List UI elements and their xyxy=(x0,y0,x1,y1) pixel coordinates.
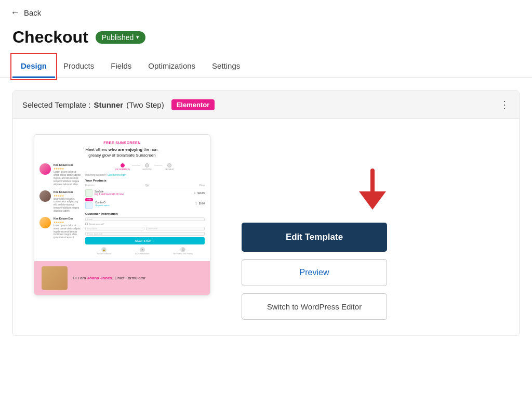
review-stars-3: ★★★★★ xyxy=(54,221,81,224)
checkout-steps: INFORMATION SHIPPING xyxy=(85,163,205,171)
tab-settings[interactable]: Settings xyxy=(204,55,248,78)
step-circle-1 xyxy=(121,163,125,167)
product-name-area-1: SunSafe buy 1 and Save $10.00 now xyxy=(95,190,192,196)
review-name-1: Kim Knowe Doe xyxy=(54,163,81,166)
review-item: Kim Knowe Doe ★★★★★ Lorem ipsum dolor si… xyxy=(39,163,81,186)
product-price-1: buy 1 and Save $10.00 now xyxy=(95,193,192,196)
review-body-3: Lorem ipsum dolor sit amet, conse ctetur… xyxy=(54,224,81,239)
teaser-name: Joana Jones xyxy=(87,276,112,280)
tab-design[interactable]: Design xyxy=(12,55,55,78)
create-account-label: Create account? xyxy=(89,223,104,225)
chevron-down-icon: ▾ xyxy=(136,34,139,41)
main-content: Selected Template : Stunner (Two Step) E… xyxy=(0,78,532,349)
next-step-button[interactable]: NEXT STEP → xyxy=(85,237,205,244)
price-col-label: Price xyxy=(200,184,205,187)
mockup-layout: Kim Knowe Doe ★★★★★ Lorem ipsum dolor si… xyxy=(39,163,205,255)
product-thumb-2 xyxy=(85,202,92,209)
selected-template-label: Selected Template : xyxy=(22,100,90,109)
tab-products[interactable]: Products xyxy=(55,55,102,78)
trust-label-3: We Protect Your Privacy xyxy=(173,253,193,255)
products-col-label: Products xyxy=(85,184,95,187)
review-avatar-3 xyxy=(39,217,51,228)
step-payment: PAYMENT xyxy=(165,163,175,171)
review-avatar-1 xyxy=(39,163,51,175)
satisfaction-icon: ✓ xyxy=(140,247,145,252)
step-information: INFORMATION xyxy=(115,163,130,171)
mockup-checkout-form: INFORMATION SHIPPING xyxy=(85,163,205,255)
product-name-area-2: Combo-O Upgrade option xyxy=(95,201,193,206)
red-arrow-icon xyxy=(352,165,393,212)
elementor-badge: Elementor xyxy=(171,99,215,110)
template-sub: (Two Step) xyxy=(126,100,164,109)
trust-badges: 🔒 Secure Checkout ✓ 100% Satisfaction 🛡 xyxy=(85,247,205,255)
trust-badge-1: 🔒 Secure Checkout xyxy=(97,247,111,255)
preview-mockup: FREE SUNSCREEN Meet others who are enjoy… xyxy=(34,134,210,295)
more-options-icon[interactable]: ⋮ xyxy=(499,98,510,111)
qty-col-label: Qty xyxy=(145,184,149,187)
page-title-row: Checkout Published ▾ xyxy=(0,25,532,55)
preview-button[interactable]: Preview xyxy=(242,259,387,286)
trust-label-2: 100% Satisfaction xyxy=(135,253,150,255)
back-link[interactable]: Back xyxy=(24,8,41,17)
step-label-3: PAYMENT xyxy=(165,168,175,171)
product-final-price-1: $16.95 xyxy=(197,192,205,195)
published-label: Published xyxy=(102,33,134,42)
teaser-text: Hi I am Joana Jones, Chief Formulator xyxy=(73,276,145,280)
switch-wordpress-editor-button[interactable]: Switch to WordPress Editor xyxy=(242,293,387,320)
step-connector-1 xyxy=(132,165,140,166)
template-name: Stunner xyxy=(94,100,123,109)
review-text-3: Kim Knowe Doe ★★★★★ Lorem ipsum dolor si… xyxy=(54,217,81,239)
step-label-1: INFORMATION xyxy=(115,168,130,171)
product-qty-2: 1 xyxy=(195,202,197,205)
mockup-inner: FREE SUNSCREEN Meet others who are enjoy… xyxy=(34,135,210,261)
top-bar: ← Back xyxy=(0,0,532,25)
teaser-person-image xyxy=(42,266,68,290)
review-name-3: Kim Knowe Doe xyxy=(54,217,81,220)
free-tag: FREE xyxy=(85,198,93,201)
product-row-2: FREE Combo-O Upgrade option 1 xyxy=(85,198,205,209)
privacy-icon: 🛡 xyxy=(180,247,185,252)
review-body-1: Lorem ipsum dolor sit amet, conse ctetur… xyxy=(54,171,81,186)
product-final-price-2: $0.00 xyxy=(199,202,205,205)
customer-info-title: Customer Information xyxy=(85,212,205,215)
mockup-reviews: Kim Knowe Doe ★★★★★ Lorem ipsum dolor si… xyxy=(39,163,81,255)
mockup-top-text: FREE SUNSCREEN xyxy=(39,141,205,145)
tabs-bar: Design Products Fields Optimizations Set… xyxy=(0,55,532,78)
product-thumb-1 xyxy=(85,189,92,197)
template-card: Selected Template : Stunner (Two Step) E… xyxy=(12,91,520,336)
phone-input[interactable]: Phone (optional) xyxy=(85,232,205,236)
products-table-header: Products Qty Price xyxy=(85,184,205,188)
mockup-headline: Meet others who are enjoying the non-gre… xyxy=(39,147,205,158)
your-products-title: Your Products xyxy=(85,179,205,182)
edit-template-button[interactable]: Edit Template xyxy=(242,223,387,252)
product-row-1: SunSafe buy 1 and Save $10.00 now 1 $16.… xyxy=(85,189,205,197)
trust-badge-2: ✓ 100% Satisfaction xyxy=(135,247,150,255)
svg-marker-1 xyxy=(359,191,386,210)
template-card-header: Selected Template : Stunner (Two Step) E… xyxy=(13,91,519,119)
last-name-input[interactable]: Last name xyxy=(146,227,205,230)
review-item-2: Kim Knowe Doe ★★★★★ ipsum dolor sit amet… xyxy=(39,190,81,213)
review-name-2: Kim Knowe Doe xyxy=(54,190,81,193)
arrow-container xyxy=(242,165,503,212)
create-account-checkbox[interactable] xyxy=(85,223,88,225)
review-item-3: Kim Knowe Doe ★★★★★ Lorem ipsum dolor si… xyxy=(39,217,81,239)
product-qty-1: 1 xyxy=(194,192,196,195)
review-text-1: Kim Knowe Doe ★★★★★ Lorem ipsum dolor si… xyxy=(54,163,81,186)
email-input[interactable]: Email xyxy=(85,217,205,221)
back-arrow-icon[interactable]: ← xyxy=(10,7,20,18)
template-body: FREE SUNSCREEN Meet others who are enjoy… xyxy=(13,119,519,335)
review-stars-2: ★★★★★ xyxy=(54,194,81,197)
first-name-input[interactable]: First name xyxy=(85,227,144,230)
bottom-teaser: Hi I am Joana Jones, Chief Formulator xyxy=(34,261,210,295)
tab-optimizations[interactable]: Optimizations xyxy=(140,55,204,78)
review-body-2: ipsum dolor sit amet, conse ctetur adipi… xyxy=(54,198,81,213)
preview-area: FREE SUNSCREEN Meet others who are enjoy… xyxy=(34,134,210,295)
step-shipping: SHIPPING xyxy=(142,163,152,171)
products-table: Products Qty Price SunSafe buy 1 and xyxy=(85,184,205,209)
page-title: Checkout xyxy=(12,28,88,47)
step-connector-2 xyxy=(154,165,163,166)
create-account-row: Create account? xyxy=(85,223,205,225)
tab-fields[interactable]: Fields xyxy=(102,55,140,78)
review-avatar-2 xyxy=(39,190,51,202)
published-badge[interactable]: Published ▾ xyxy=(96,31,146,44)
